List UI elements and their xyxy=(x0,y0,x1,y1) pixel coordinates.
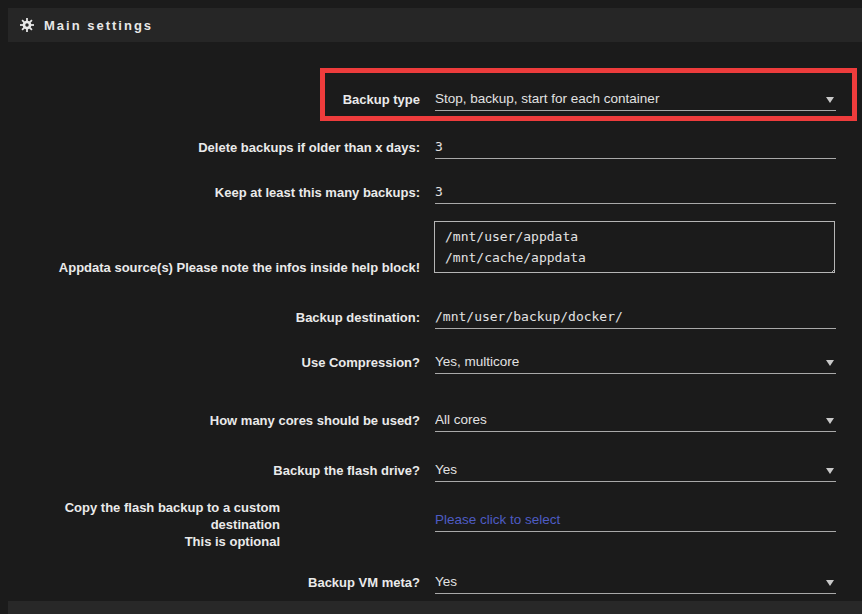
cores-select[interactable]: All cores xyxy=(435,409,836,432)
next-section-bar xyxy=(8,601,862,614)
backup-type-value: Stop, backup, start for each container xyxy=(435,88,836,110)
flash-drive-value: Yes xyxy=(435,459,836,481)
cores-label: How many cores should be used? xyxy=(0,411,420,431)
keep-backups-label: Keep at least this many backups: xyxy=(0,183,420,203)
flash-drive-select[interactable]: Yes xyxy=(435,459,836,482)
chevron-down-icon xyxy=(826,418,834,424)
flash-drive-label: Backup the flash drive? xyxy=(0,461,420,481)
chevron-down-icon xyxy=(826,468,834,474)
delete-days-value: 3 xyxy=(435,136,836,158)
flash-custom-destination-label: Copy the flash backup to a custom destin… xyxy=(0,499,280,550)
vm-meta-label: Backup VM meta? xyxy=(0,573,420,593)
backup-destination-input[interactable]: /mnt/user/backup/docker/ xyxy=(435,306,836,329)
section-title: Main settings xyxy=(44,18,153,33)
settings-page: Main settings Backup type Stop, backup, … xyxy=(0,0,862,614)
flash-custom-destination-label-line1: Copy the flash backup to a custom destin… xyxy=(0,499,280,533)
backup-type-label: Backup type xyxy=(0,90,420,110)
delete-days-label: Delete backups if older than x days: xyxy=(0,138,420,158)
chevron-down-icon xyxy=(826,97,834,103)
flash-custom-destination-label-line2: This is optional xyxy=(0,533,280,550)
vm-meta-value: Yes xyxy=(435,571,836,593)
appdata-sources-label: Appdata source(s) Please note the infos … xyxy=(0,258,420,278)
chevron-down-icon xyxy=(826,580,834,586)
flash-custom-destination-picker[interactable]: Please click to select xyxy=(435,509,836,532)
compression-label: Use Compression? xyxy=(0,353,420,373)
backup-type-select[interactable]: Stop, backup, start for each container xyxy=(435,88,836,111)
cores-value: All cores xyxy=(435,409,836,431)
flash-custom-destination-link[interactable]: Please click to select xyxy=(435,509,836,531)
section-header: Main settings xyxy=(8,8,862,42)
keep-backups-value: 3 xyxy=(435,181,836,203)
vm-meta-select[interactable]: Yes xyxy=(435,571,836,594)
appdata-sources-textarea[interactable]: /mnt/user/appdata /mnt/cache/appdata xyxy=(434,221,835,273)
backup-destination-value: /mnt/user/backup/docker/ xyxy=(435,306,836,328)
gear-icon xyxy=(20,18,34,32)
chevron-down-icon xyxy=(826,360,834,366)
compression-value: Yes, multicore xyxy=(435,351,836,373)
delete-days-input[interactable]: 3 xyxy=(435,136,836,159)
backup-destination-label: Backup destination: xyxy=(0,308,420,328)
compression-select[interactable]: Yes, multicore xyxy=(435,351,836,374)
keep-backups-input[interactable]: 3 xyxy=(435,181,836,204)
